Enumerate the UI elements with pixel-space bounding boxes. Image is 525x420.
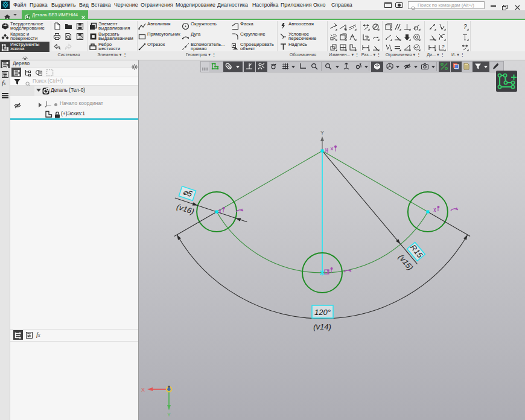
svg-text:120°: 120° xyxy=(314,308,331,317)
svg-text:Y: Y xyxy=(320,130,324,136)
svg-text:?: ? xyxy=(442,44,445,49)
svg-text:(v16): (v16) xyxy=(176,202,196,217)
svg-text:Y: Y xyxy=(167,412,171,418)
svg-text:?: ? xyxy=(463,24,467,30)
svg-text:X: X xyxy=(141,387,145,393)
svg-text:(v14): (v14) xyxy=(313,322,331,331)
